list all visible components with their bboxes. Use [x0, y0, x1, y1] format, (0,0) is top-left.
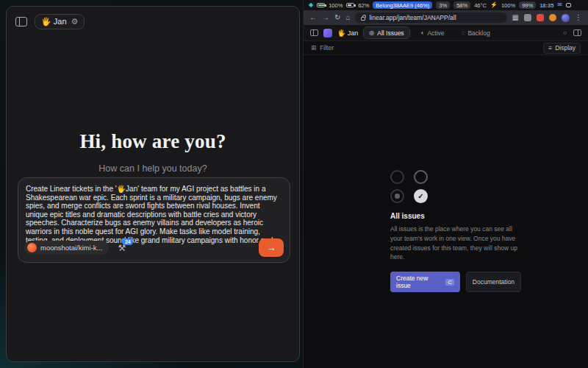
sidebar-toggle-icon[interactable] — [15, 17, 27, 26]
battery1-value: 100% — [329, 2, 343, 9]
power-value: 100% — [501, 2, 515, 9]
lock-icon — [361, 17, 365, 21]
forward-icon[interactable]: → — [322, 14, 329, 21]
home-icon[interactable]: ⌂ — [345, 14, 350, 21]
greeting-subtitle: How can I help you today? — [7, 163, 299, 174]
create-new-issue-button[interactable]: Create new issue C — [390, 272, 460, 292]
back-icon[interactable]: ← — [309, 14, 317, 21]
filter-icon: ⊞ — [311, 44, 316, 52]
shortcut-key-badge: C — [445, 279, 453, 286]
network-badge: Belong38AAE9 (46%) — [373, 1, 432, 9]
model-selector[interactable]: moonshotai/kimi-k... — [24, 241, 109, 255]
display-button[interactable]: ≡ Display — [543, 43, 581, 54]
linear-main-area: ✓ All issues All issues is the place whe… — [304, 55, 588, 368]
address-bar[interactable]: linear.app/jan/team/JANAPP/all — [355, 13, 506, 23]
extensions-grid-icon[interactable]: ▦ — [512, 14, 519, 21]
greeting-heading: Hi, how are you? — [7, 130, 299, 153]
all-issues-icon: ◎ — [369, 30, 374, 36]
status-badge-3: 99% — [519, 1, 536, 9]
check-icon: ✓ — [417, 192, 423, 200]
status-badge-1: 3% — [436, 1, 450, 9]
reload-icon[interactable]: ↻ — [334, 14, 340, 21]
gear-icon[interactable]: ⚙ — [71, 17, 79, 26]
tools-button[interactable]: ⚒ 24 — [118, 244, 126, 252]
model-name: moonshotai/kimi-k... — [40, 244, 102, 252]
tab-label: Active — [427, 29, 444, 37]
chat-indicator-icon — [566, 3, 571, 7]
tab-all-issues[interactable]: ◎ All Issues — [363, 26, 409, 39]
status-badge-2: 58% — [453, 1, 470, 9]
extension-icon-red[interactable] — [537, 14, 544, 21]
jan-app-window: 🖐 Jan ⚙ Hi, how are you? How can I help … — [6, 6, 300, 362]
filter-button[interactable]: ⊞ Filter — [311, 44, 334, 52]
mail-icon: ✉ — [557, 2, 562, 8]
clock: 18:35 — [539, 2, 553, 9]
issue-circle-icon — [414, 170, 428, 184]
battery-icon — [317, 3, 325, 7]
empty-state: ✓ All issues All issues is the place whe… — [390, 170, 521, 292]
linear-sidebar-toggle-icon[interactable] — [310, 29, 318, 36]
active-icon: ◐ — [421, 30, 425, 36]
extension-icon-puzzle[interactable] — [524, 14, 531, 21]
issue-circle-icon — [390, 170, 404, 184]
tab-active[interactable]: ◐ Active — [415, 26, 451, 39]
side-panel-icon[interactable] — [573, 29, 581, 36]
linear-header: 🖐 Jan ◎ All Issues ◐ Active ◌ Backlog ○ — [304, 25, 588, 41]
linear-workspace-logo[interactable] — [323, 29, 332, 38]
address-url[interactable]: linear.app/jan/team/JANAPP/all — [369, 14, 456, 21]
system-status-bar: ◆ 100% 62% Belong38AAE9 (46%) 3% 58% 46°… — [304, 0, 588, 10]
workspace-selector[interactable]: 🖐 Jan ⚙ — [35, 14, 85, 29]
documentation-label: Documentation — [473, 278, 514, 286]
tab-label: Backlog — [467, 29, 490, 37]
workspace-label: 🖐 Jan — [41, 17, 67, 26]
extension-icon-orange[interactable] — [549, 14, 556, 21]
empty-state-illustration: ✓ — [390, 170, 521, 203]
notifications-bell-icon[interactable]: ○ — [563, 30, 567, 36]
linear-header-actions: ○ — [563, 29, 581, 36]
empty-state-title: All issues — [390, 212, 521, 220]
welcome-block: Hi, how are you? How can I help you toda… — [7, 130, 299, 174]
display-icon: ≡ — [548, 44, 552, 52]
linear-filter-bar: ⊞ Filter ≡ Display — [304, 41, 588, 55]
bolt-icon: ⚡ — [490, 2, 498, 8]
jan-header: 🖐 Jan ⚙ — [7, 7, 299, 37]
browser-menu-icon[interactable]: ⋮ — [575, 14, 582, 21]
tab-backlog[interactable]: ◌ Backlog — [456, 26, 496, 39]
create-new-issue-label: Create new issue — [396, 275, 442, 289]
tab-label: All Issues — [377, 29, 404, 37]
desktop-background: 🖐 Jan ⚙ Hi, how are you? How can I help … — [0, 0, 588, 368]
empty-state-buttons: Create new issue C Documentation — [390, 272, 521, 292]
browser-window: ◆ 100% 62% Belong38AAE9 (46%) 3% 58% 46°… — [303, 0, 588, 368]
backlog-icon: ◌ — [462, 30, 465, 36]
linear-workspace-name[interactable]: 🖐 Jan — [337, 29, 358, 37]
profile-avatar[interactable] — [562, 14, 570, 22]
issue-done-icon: ✓ — [414, 189, 428, 203]
battery2-icon — [346, 3, 354, 7]
tools-count-badge: 24 — [122, 238, 133, 245]
model-provider-icon — [27, 243, 37, 252]
issue-progress-icon — [390, 189, 404, 203]
send-button[interactable]: → — [259, 238, 284, 257]
browser-toolbar: ← → ↻ ⌂ linear.app/jan/team/JANAPP/all ▦… — [304, 10, 588, 25]
temperature-value: 46°C — [474, 2, 487, 9]
empty-state-description: All issues is the place where you can se… — [390, 224, 521, 262]
display-label: Display — [555, 44, 576, 52]
chat-input-card[interactable]: Create Linear tickets in the '🖐Jan' team… — [18, 177, 290, 263]
filter-label: Filter — [320, 44, 334, 52]
chat-input-toolbar: moonshotai/kimi-k... ⚒ 24 → — [24, 238, 284, 257]
documentation-button[interactable]: Documentation — [466, 272, 521, 292]
send-arrow-icon: → — [267, 242, 276, 253]
app-indicator-icon: ◆ — [309, 2, 313, 8]
battery2-value: 62% — [358, 2, 369, 9]
